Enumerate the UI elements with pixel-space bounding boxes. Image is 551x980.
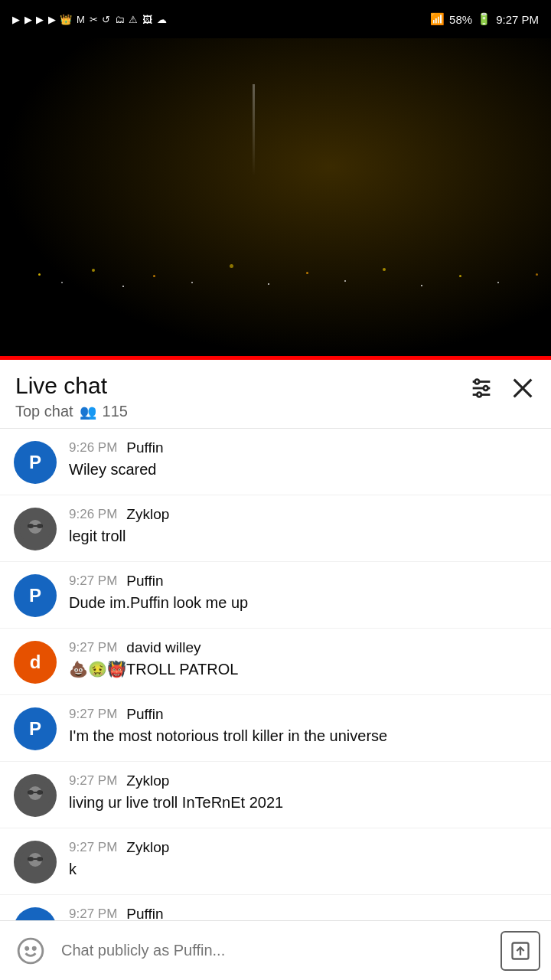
status-icons: ▶ ▶ ▶ ▶ 👑 M ✂ ↺ 🗂 ⚠ 🖼 ☁ <box>12 14 168 25</box>
avatar <box>14 508 57 550</box>
message-text: living ur live troll InTeRnEt 2021 <box>69 792 537 813</box>
message-text: Wiley scared <box>69 459 537 480</box>
svg-point-21 <box>37 857 43 861</box>
chat-message: 9:27 PM Zyklop living ur live troll InTe… <box>0 762 551 828</box>
message-author: Zyklop <box>126 506 169 523</box>
message-time: 9:27 PM <box>69 840 117 855</box>
chat-message: P 9:27 PM Puffin Dude im.Puffin look me … <box>0 562 551 629</box>
message-time: 9:26 PM <box>69 507 117 522</box>
message-content: 9:27 PM Zyklop k <box>69 839 537 880</box>
svg-point-23 <box>18 939 43 963</box>
svg-point-11 <box>37 524 43 528</box>
message-time: 9:27 PM <box>69 640 117 655</box>
svg-point-3 <box>475 380 480 384</box>
message-time: 9:27 PM <box>69 773 117 789</box>
chat-message: d 9:27 PM david willey 💩🤢👹TROLL PATROL <box>0 629 551 695</box>
message-content: 9:27 PM david willey 💩🤢👹TROLL PATROL <box>69 639 537 680</box>
chat-input[interactable] <box>61 931 490 971</box>
light-streak <box>253 84 255 176</box>
message-meta: 9:27 PM Puffin <box>69 573 537 590</box>
message-meta: 9:27 PM Zyklop <box>69 839 537 856</box>
top-chat-label[interactable]: Top chat <box>15 403 73 420</box>
message-author: david willey <box>126 639 201 656</box>
message-author: Puffin <box>126 706 163 723</box>
message-content: 9:27 PM Puffin Dude im.Puffin look me up <box>69 573 537 613</box>
battery-icon: 🔋 <box>477 12 491 26</box>
message-time: 9:27 PM <box>69 906 117 922</box>
message-content: 9:27 PM Zyklop living ur live troll InTe… <box>69 773 537 813</box>
svg-rect-17 <box>34 792 37 793</box>
avatar: d <box>14 641 57 684</box>
send-button[interactable] <box>500 931 540 971</box>
message-author: Zyklop <box>126 773 169 789</box>
livechat-header: Live chat Top chat 👥 115 <box>0 360 551 429</box>
header-actions <box>468 375 536 407</box>
svg-rect-12 <box>34 525 37 527</box>
message-text: 💩🤢👹TROLL PATROL <box>69 658 537 680</box>
video-progress-bar <box>0 356 551 360</box>
svg-rect-22 <box>34 858 37 860</box>
video-player[interactable] <box>0 38 551 360</box>
message-author: Puffin <box>126 573 163 590</box>
avatar: P <box>14 707 57 750</box>
svg-point-20 <box>28 857 34 861</box>
message-text: I'm the most notorious troll killer in t… <box>69 725 537 746</box>
header-subtitle: Top chat 👥 115 <box>15 403 128 420</box>
avatar <box>14 774 57 817</box>
livechat-title: Live chat <box>15 372 128 400</box>
close-icon[interactable] <box>510 375 536 407</box>
wifi-icon: 📶 <box>430 12 445 26</box>
svg-point-10 <box>28 524 34 528</box>
chat-input-bar <box>0 920 551 980</box>
message-meta: 9:27 PM Puffin <box>69 706 537 723</box>
message-author: Puffin <box>126 439 163 456</box>
message-content: 9:26 PM Puffin Wiley scared <box>69 439 537 480</box>
chat-message: 9:26 PM Zyklop legit troll <box>0 495 551 562</box>
message-time: 9:26 PM <box>69 440 117 456</box>
battery-percent: 58% <box>449 13 472 26</box>
chat-message: 9:27 PM Zyklop k <box>0 828 551 895</box>
viewer-count: 115 <box>103 403 128 420</box>
avatar: P <box>14 574 57 617</box>
message-meta: 9:26 PM Zyklop <box>69 506 537 523</box>
message-text: Dude im.Puffin look me up <box>69 592 537 613</box>
message-text: legit troll <box>69 525 537 547</box>
header-left: Live chat Top chat 👥 115 <box>15 372 128 420</box>
svg-point-25 <box>33 947 35 949</box>
avatar <box>14 841 57 884</box>
svg-point-24 <box>26 947 28 949</box>
city-lights <box>0 253 551 299</box>
message-meta: 9:26 PM Puffin <box>69 439 537 456</box>
message-meta: 9:27 PM david willey <box>69 639 537 656</box>
message-content: 9:26 PM Zyklop legit troll <box>69 506 537 547</box>
messages-area: P 9:26 PM Puffin Wiley scared <box>0 429 551 962</box>
filter-icon[interactable] <box>468 375 494 407</box>
status-right: 📶 58% 🔋 9:27 PM <box>430 12 539 26</box>
message-time: 9:27 PM <box>69 573 117 589</box>
notification-icons: ▶ ▶ ▶ ▶ 👑 M ✂ ↺ 🗂 ⚠ 🖼 ☁ <box>12 14 168 25</box>
viewer-icon: 👥 <box>80 403 96 420</box>
message-content: 9:27 PM Puffin I'm the most notorious tr… <box>69 706 537 746</box>
livechat-panel: Live chat Top chat 👥 115 <box>0 360 551 980</box>
avatar: P <box>14 441 57 484</box>
message-time: 9:27 PM <box>69 707 117 722</box>
message-text: k <box>69 858 537 880</box>
svg-point-16 <box>37 790 43 795</box>
status-bar: ▶ ▶ ▶ ▶ 👑 M ✂ ↺ 🗂 ⚠ 🖼 ☁ 📶 58% 🔋 9:27 PM <box>0 0 551 38</box>
message-author: Zyklop <box>126 839 169 856</box>
clock: 9:27 PM <box>496 13 539 26</box>
chat-message: P 9:26 PM Puffin Wiley scared <box>0 429 551 495</box>
chat-message: P 9:27 PM Puffin I'm the most notorious … <box>0 695 551 762</box>
emoji-button[interactable] <box>11 931 51 971</box>
svg-point-5 <box>477 393 481 397</box>
message-meta: 9:27 PM Zyklop <box>69 773 537 789</box>
svg-point-4 <box>484 386 488 390</box>
svg-point-15 <box>28 790 34 795</box>
